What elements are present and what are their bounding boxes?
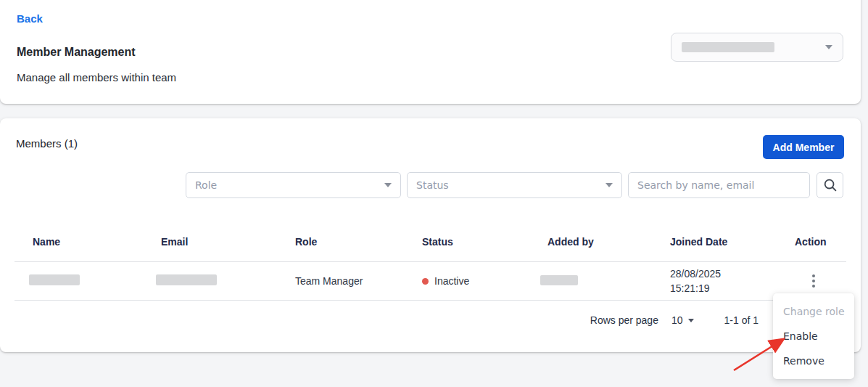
- status-label: Inactive: [434, 275, 469, 287]
- search-button[interactable]: [817, 172, 843, 198]
- members-table: Name Email Role Status Added by Joined D…: [15, 221, 846, 301]
- page-subtitle: Manage all members within team: [17, 71, 176, 83]
- column-header-status: Status: [422, 236, 547, 248]
- member-name-cell: [33, 274, 161, 288]
- member-status-cell: Inactive: [422, 275, 547, 287]
- member-role-cell: Team Manager: [295, 275, 422, 287]
- pagination-range-label: 1-1 of 1: [724, 314, 759, 326]
- member-added-by-cell: [547, 275, 670, 288]
- chevron-down-icon: [688, 319, 694, 322]
- column-header-role: Role: [295, 236, 422, 248]
- role-filter-dropdown[interactable]: Role: [186, 172, 401, 198]
- back-link[interactable]: Back: [17, 12, 43, 25]
- members-count-title: Members (1): [16, 137, 78, 150]
- column-header-email: Email: [161, 236, 295, 248]
- member-management-page: { "header": { "back_label": "Back", "tit…: [0, 0, 868, 387]
- table-row: Team Manager Inactive 28/08/2025 15:21:1…: [15, 262, 846, 301]
- member-action-cell: [795, 272, 846, 290]
- column-header-action: Action: [795, 236, 846, 248]
- column-header-name: Name: [33, 236, 161, 248]
- role-filter-placeholder: Role: [195, 179, 217, 191]
- rows-per-page-select[interactable]: 10: [671, 314, 694, 326]
- members-card: Members (1) Add Member Role Status Name …: [0, 118, 861, 352]
- menu-item-remove[interactable]: Remove: [773, 349, 854, 373]
- team-selector-dropdown[interactable]: [671, 33, 843, 62]
- rows-per-page-label: Rows per page: [590, 314, 658, 326]
- chevron-down-icon: [825, 45, 832, 49]
- menu-item-enable[interactable]: Enable: [773, 324, 854, 349]
- redacted-team-name: [682, 42, 774, 52]
- rows-per-page-value: 10: [671, 314, 683, 326]
- column-header-joined-date: Joined Date: [670, 236, 795, 248]
- member-email-cell: [161, 274, 295, 288]
- row-action-menu: Change role Enable Remove: [773, 293, 854, 379]
- pagination-bar: Rows per page 10 1-1 of 1: [590, 309, 759, 332]
- member-joined-date-cell: 28/08/2025 15:21:19: [670, 266, 795, 296]
- page-title: Member Management: [17, 46, 136, 59]
- chevron-down-icon: [605, 183, 613, 187]
- chevron-down-icon: [384, 183, 392, 187]
- status-inactive-dot-icon: [422, 278, 429, 285]
- header-card: Back Member Management Manage all member…: [0, 0, 861, 104]
- filters-row: Role Status: [0, 172, 861, 198]
- redacted-added-by: [540, 275, 578, 285]
- add-member-button[interactable]: Add Member: [763, 135, 844, 159]
- redacted-member-name: [29, 274, 80, 285]
- search-icon: [823, 178, 838, 192]
- column-header-added-by: Added by: [547, 236, 670, 248]
- menu-item-change-role: Change role: [773, 299, 854, 324]
- status-filter-placeholder: Status: [416, 179, 449, 191]
- status-filter-dropdown[interactable]: Status: [407, 172, 622, 198]
- redacted-member-email: [156, 274, 217, 285]
- row-actions-kebab-icon[interactable]: [809, 272, 818, 290]
- joined-date: 28/08/2025: [670, 266, 795, 281]
- table-header-row: Name Email Role Status Added by Joined D…: [15, 221, 846, 262]
- search-input[interactable]: [628, 172, 810, 198]
